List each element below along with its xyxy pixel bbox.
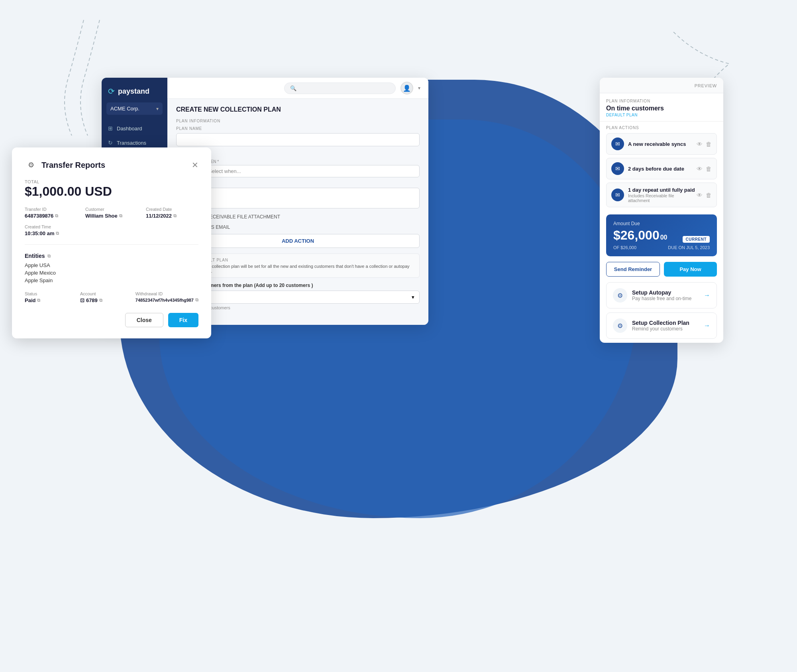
payment-actions: Send Reminder Pay Now [606,262,717,277]
status-label: Status [25,291,72,296]
action-1-delete-button[interactable]: 🗑 [706,141,712,147]
message-textarea[interactable] [176,188,420,208]
copy-date-icon[interactable]: ⧉ [173,213,177,218]
setup-collection-text: Setup Collection Plan Remind your custom… [632,320,699,332]
action-item-left-1: ✉ A new receivable syncs [611,138,686,150]
close-button[interactable]: Close [125,313,163,327]
amount-of-label: OF $26,000 [613,245,636,250]
plan-info-label: PLAN INFORMATION [606,99,717,103]
default-plan-text: If checked, this collection plan will be… [181,264,414,273]
action-2-eye-button[interactable]: 👁 [697,165,703,172]
send-reminder-button[interactable]: Send Reminder [606,262,660,277]
setup-collection-card[interactable]: ⚙ Setup Collection Plan Remind your cust… [606,312,717,339]
withdrawal-id-field: Withdrawal ID 74852347wf7h4v4345fhg987 ⧉ [135,291,198,303]
gear-icon: ⚙ [25,159,37,171]
preview-panel: PREVIEW PLAN INFORMATION On time custome… [600,78,723,343]
copy-transfer-id-icon[interactable]: ⧉ [55,213,58,218]
amount-due-card: Amount Due $26,000 00 CURRENT OF $26,000… [606,214,717,256]
action-1-text: A new receivable syncs [628,141,686,147]
total-section: TOTAL $1,000.00 USD [25,179,198,199]
action-3-delete-button[interactable]: 🗑 [706,192,712,198]
close-icon[interactable]: ✕ [192,160,198,170]
copy-customer-icon[interactable]: ⧉ [119,213,122,218]
sidebar-item-dashboard[interactable]: ⊞ Dashboard [102,121,167,136]
chevron-user-icon: ▾ [418,85,420,91]
autopay-icon: ⚙ [613,288,627,303]
amount-due-footer: OF $26,000 DUE ON JUL 5, 2023 [613,245,710,250]
paystand-logo-icon: ⟳ [108,86,115,96]
action-item-left-3: ✉ 1 day repeat until fully paid Includes… [611,187,697,203]
action-3-eye-button[interactable]: 👁 [697,192,703,198]
autopay-arrow-icon: → [704,292,710,299]
sidebar-dashboard-label: Dashboard [117,126,142,132]
plan-actions-section: PLAN ACTIONS ✉ A new receivable syncs 👁 … [600,122,723,214]
search-bar[interactable]: 🔍 [284,83,396,94]
entities-title: Entities [25,253,45,259]
total-label: TOTAL [25,179,198,184]
copy-withdrawal-icon[interactable]: ⧉ [195,297,198,303]
copy-entities-icon[interactable]: ⧉ [47,253,51,259]
entities-header: Entities ⧉ [25,253,198,259]
total-amount: $1,000.00 USD [25,184,198,199]
modal-header: ⚙ Transfer Reports ✕ [25,159,198,171]
action-3-text: 1 day repeat until fully paid [628,187,697,193]
customer-label: Customer [85,207,138,212]
plan-default-badge: DEFAULT PLAN [606,113,717,117]
status-value: Paid ⧉ [25,297,72,303]
created-date-label: Created Date [146,207,198,212]
collection-icon: ⚙ [613,318,627,333]
copy-time-icon[interactable]: ⧉ [56,231,59,236]
amount-due-cents: 00 [660,234,667,241]
customer-value: William Shoe ⧉ [85,213,138,219]
customer-dropdown[interactable]: Id customers ▾ [176,291,420,304]
action-item-left-2: ✉ 2 days before due date [611,162,684,175]
company-selector[interactable]: ACME Corp. ▾ [106,102,163,115]
created-time-value: 10:35:00 am ⧉ [25,230,77,236]
action-3-icons: 👁 🗑 [697,192,712,198]
remove-customers-title: Remove Customers from the plan (Add up t… [176,283,420,288]
add-action-button[interactable]: ADD ACTION [176,234,420,248]
modal-title-row: ⚙ Transfer Reports [25,159,105,171]
action-section-label: ACTION [176,152,420,156]
entities-section: Entities ⧉ Apple USA Apple Mexico Apple … [25,253,198,283]
copy-account-icon[interactable]: ⧉ [99,298,102,303]
setup-autopay-card[interactable]: ⚙ Setup Autopay Pay hassle free and on-t… [606,282,717,308]
plan-action-1: ✉ A new receivable syncs 👁 🗑 [606,133,717,155]
created-time-label: Created Time [25,224,77,229]
plan-name-input[interactable] [176,133,420,146]
amount-due-label: Amount Due [613,221,710,226]
plan-info-section-label: PLAN INFORMATION [176,119,420,123]
action-1-icons: 👁 🗑 [697,141,712,147]
chevron-down-icon: ▾ [156,106,159,112]
transfer-reports-modal: ⚙ Transfer Reports ✕ TOTAL $1,000.00 USD… [12,147,211,338]
account-value: ⊡ 6789 ⧉ [80,297,128,303]
search-icon: 🔍 [290,85,296,91]
email-icon-1: ✉ [611,138,624,150]
setup-autopay-title: Setup Autopay [632,289,699,296]
entity-apple-usa: Apple USA [25,262,198,268]
copy-status-icon[interactable]: ⧉ [37,298,40,303]
when-select-wrap: WHEN * Select when... [204,159,420,177]
action-3-sub: Includes Receivable file attachment [628,193,697,203]
action-2-delete-button[interactable]: 🗑 [706,165,712,172]
user-avatar-button[interactable]: 👤 [400,82,413,94]
modal-title: Transfer Reports [41,161,105,170]
pay-now-button[interactable]: Pay Now [664,262,717,277]
setup-autopay-sub: Pay hassle free and on-time [632,296,699,301]
dashboard-icon: ⊞ [108,125,113,132]
copies-row: COPIES OF THIS EMAIL [176,224,420,230]
transfer-id-value: 6487389876 ⧉ [25,213,77,219]
setup-collection-sub: Remind your customers [632,326,699,332]
action-2-icons: 👁 🗑 [697,165,712,172]
transactions-icon: ↻ [108,140,113,146]
attachment-checkbox-row: INCLUDE RECEIVABLE FILE ATTACHMENT [176,214,420,220]
action-1-eye-button[interactable]: 👁 [697,141,703,147]
action-form-row: DAYS * WHEN * Select when... [176,159,420,177]
amount-due-value: $26,000 [613,228,660,243]
sidebar-transactions-label: Transactions [117,140,146,146]
when-select[interactable]: Select when... [204,165,420,177]
setup-collection-title: Setup Collection Plan [632,320,699,326]
fix-button[interactable]: Fix [168,313,198,327]
app-topbar: 🔍 👤 ▾ [167,78,428,99]
customer-dropdown-chevron-icon: ▾ [412,294,414,300]
